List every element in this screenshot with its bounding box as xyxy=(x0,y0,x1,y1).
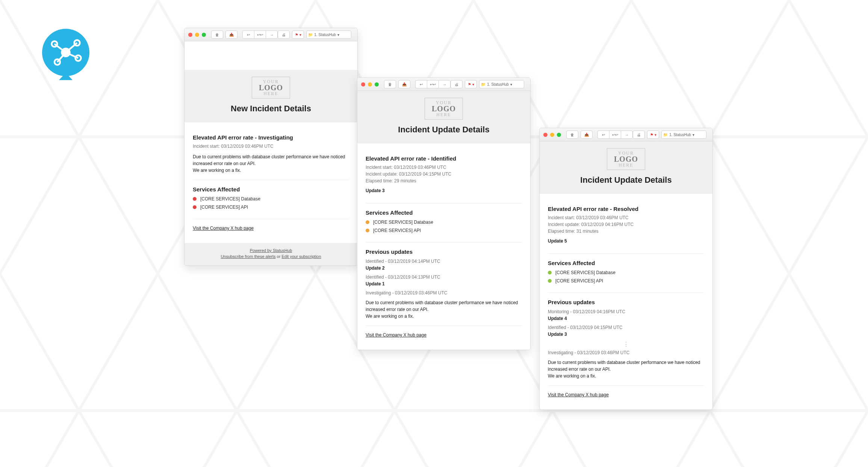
print-button[interactable]: 🖨 xyxy=(278,30,290,39)
flag-button[interactable]: ⚑ ▾ xyxy=(292,30,304,39)
status-dot-icon xyxy=(193,197,197,201)
trash-button[interactable]: 🗑 xyxy=(211,30,223,39)
ellipsis-icon: ⋮ xyxy=(548,341,704,348)
service-row: [CORE SERVICES] Database xyxy=(193,196,349,202)
unsubscribe-link[interactable]: Unsubscribe from these alerts xyxy=(221,254,275,259)
minimize-icon[interactable] xyxy=(368,82,372,86)
close-icon[interactable] xyxy=(543,133,547,137)
services-title: Services Affected xyxy=(548,260,704,266)
header-whitespace xyxy=(184,41,357,70)
powered-by-link[interactable]: Powered by StatusHub xyxy=(188,248,354,253)
services-title: Services Affected xyxy=(193,186,349,193)
reply-button[interactable]: ↩ xyxy=(597,130,609,139)
email-header: YOUR LOGO HERE Incident Update Details xyxy=(540,141,712,194)
email-window-update-resolved: 🗑 📥 ↩ ↩↩ → 🖨 ⚑ ▾ 📁 1. StatusHub ▾ YOUR L… xyxy=(539,128,713,410)
update-name: Update 2 xyxy=(366,265,522,271)
incident-description: Due to current problems with database cl… xyxy=(548,359,704,379)
minimize-icon[interactable] xyxy=(195,33,199,37)
incident-meta: Incident start: 03/12/2019 03:46PM UTC I… xyxy=(366,164,522,184)
reply-all-button[interactable]: ↩↩ xyxy=(254,30,266,39)
update-timestamp: Identified - 03/12/2019 04:15PM UTC xyxy=(548,325,704,330)
forward-button[interactable]: → xyxy=(621,130,633,139)
update-timestamp: Investigating - 03/12/2019 03:46PM UTC xyxy=(366,290,522,296)
traffic-lights xyxy=(543,133,561,137)
zoom-icon[interactable] xyxy=(557,133,561,137)
traffic-lights xyxy=(361,82,379,86)
statushub-brand-badge xyxy=(38,27,94,83)
email-footer: Powered by StatusHub Unsubscribe from th… xyxy=(184,243,357,265)
incident-meta: Incident start: 03/12/2019 03:46PM UTC I… xyxy=(548,214,704,235)
previous-updates-title: Previous updates xyxy=(366,249,522,255)
reply-button[interactable]: ↩ xyxy=(415,80,427,88)
edit-subscription-link[interactable]: Edit your subscription xyxy=(281,254,321,259)
previous-updates-title: Previous updates xyxy=(548,299,704,305)
email-heading: New Incident Details xyxy=(184,104,357,114)
close-icon[interactable] xyxy=(361,82,365,86)
service-row: [CORE SERVICES] Database xyxy=(548,270,704,275)
mac-titlebar: 🗑 📥 ↩ ↩↩ → 🖨 ⚑ ▾ 📁 1. StatusHub ▾ xyxy=(357,78,530,91)
reply-button[interactable]: ↩ xyxy=(242,30,254,39)
email-header: YOUR LOGO HERE Incident Update Details xyxy=(357,91,530,143)
current-update: Update 3 xyxy=(366,188,522,193)
minimize-icon[interactable] xyxy=(550,133,554,137)
reply-all-button[interactable]: ↩↩ xyxy=(427,80,439,88)
mailbox-label: 1. StatusHub xyxy=(669,133,691,137)
forward-button[interactable]: → xyxy=(439,80,451,88)
print-button[interactable]: 🖨 xyxy=(451,80,463,88)
logo-placeholder: YOUR LOGO HERE xyxy=(252,77,290,99)
incident-meta: Incident start: 03/12/2019 03:46PM UTC xyxy=(193,143,349,150)
zoom-icon[interactable] xyxy=(375,82,379,86)
mailbox-selector[interactable]: 📁 1. StatusHub ▾ xyxy=(661,130,706,139)
reply-group: ↩ ↩↩ → xyxy=(415,80,451,88)
services-title: Services Affected xyxy=(366,209,522,216)
incident-description: Due to current problems with database cl… xyxy=(193,153,349,174)
status-dot-icon xyxy=(366,229,369,232)
update-timestamp: Investigating - 03/12/2019 03:46PM UTC xyxy=(548,350,704,355)
archive-button[interactable]: 📥 xyxy=(398,80,410,88)
mac-titlebar: 🗑 📥 ↩ ↩↩ → 🖨 ⚑ ▾ 📁 1. StatusHub ▾ xyxy=(184,28,357,41)
update-timestamp: Identified - 03/12/2019 04:13PM UTC xyxy=(366,274,522,280)
update-timestamp: Monitoring - 03/12/2019 04:16PM UTC xyxy=(548,309,704,314)
forward-button[interactable]: → xyxy=(266,30,278,39)
hub-link[interactable]: Visit the Company X hub page xyxy=(548,392,609,397)
zoom-icon[interactable] xyxy=(202,33,206,37)
reply-group: ↩ ↩↩ → xyxy=(597,130,633,139)
reply-group: ↩ ↩↩ → xyxy=(242,30,278,39)
status-dot-icon xyxy=(548,279,552,283)
email-heading: Incident Update Details xyxy=(357,125,530,135)
archive-button[interactable]: 📥 xyxy=(581,130,593,139)
status-dot-icon xyxy=(366,220,369,224)
reply-all-button[interactable]: ↩↩ xyxy=(609,130,621,139)
mac-titlebar: 🗑 📥 ↩ ↩↩ → 🖨 ⚑ ▾ 📁 1. StatusHub ▾ xyxy=(540,128,712,141)
mailbox-label: 1. StatusHub xyxy=(314,33,336,37)
flag-button[interactable]: ⚑ ▾ xyxy=(647,130,659,139)
service-row: [CORE SERVICES] API xyxy=(193,205,349,210)
incident-description: Due to current problems with database cl… xyxy=(366,299,522,320)
email-heading: Incident Update Details xyxy=(540,175,712,185)
trash-button[interactable]: 🗑 xyxy=(566,130,578,139)
status-dot-icon xyxy=(193,205,197,209)
logo-placeholder: YOUR LOGO HERE xyxy=(425,98,463,120)
logo-placeholder: YOUR LOGO HERE xyxy=(607,148,645,170)
email-window-new-incident: 🗑 📥 ↩ ↩↩ → 🖨 ⚑ ▾ 📁 1. StatusHub ▾ YOUR L… xyxy=(184,28,358,266)
update-name: Update 4 xyxy=(548,316,704,321)
hub-link[interactable]: Visit the Company X hub page xyxy=(366,332,426,338)
update-timestamp: Identified - 03/12/2019 04:14PM UTC xyxy=(366,259,522,264)
service-row: [CORE SERVICES] Database xyxy=(366,220,522,225)
print-button[interactable]: 🖨 xyxy=(633,130,645,139)
mailbox-selector[interactable]: 📁 1. StatusHub ▾ xyxy=(306,30,351,39)
email-window-update-identified: 🗑 📥 ↩ ↩↩ → 🖨 ⚑ ▾ 📁 1. StatusHub ▾ YOUR L… xyxy=(357,77,531,350)
incident-title: Elevated API error rate - Investigating xyxy=(193,134,349,141)
service-row: [CORE SERVICES] API xyxy=(548,278,704,284)
hub-link[interactable]: Visit the Company X hub page xyxy=(193,226,254,231)
archive-button[interactable]: 📥 xyxy=(225,30,237,39)
flag-button[interactable]: ⚑ ▾ xyxy=(465,80,477,88)
incident-title: Elevated API error rate - Resolved xyxy=(548,206,704,212)
close-icon[interactable] xyxy=(188,33,192,37)
email-body: Elevated API error rate - Resolved Incid… xyxy=(540,194,712,409)
current-update: Update 5 xyxy=(548,238,704,244)
mailbox-selector[interactable]: 📁 1. StatusHub ▾ xyxy=(479,80,524,88)
incident-title: Elevated API error rate - Identified xyxy=(366,155,522,162)
trash-button[interactable]: 🗑 xyxy=(384,80,396,88)
email-body: Elevated API error rate - Identified Inc… xyxy=(357,143,530,350)
